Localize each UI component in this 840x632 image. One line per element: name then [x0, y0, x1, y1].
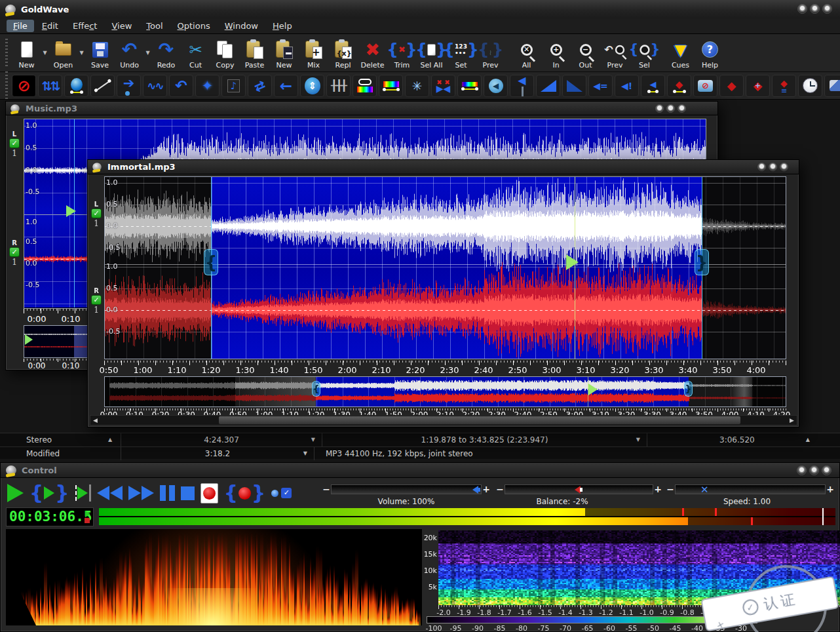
music-title-bar[interactable]: Music.mp3	[6, 102, 717, 115]
music-overview-play-marker[interactable]	[25, 334, 33, 345]
sel-button[interactable]: {}Sel	[630, 35, 659, 71]
timer-button[interactable]	[798, 75, 822, 97]
selection-start-bracket[interactable]: {	[204, 249, 218, 275]
menu-item-options[interactable]: Options	[171, 20, 217, 32]
mono-speaker-button[interactable]: ◀	[484, 75, 508, 97]
doppler-button[interactable]	[64, 75, 88, 97]
overview-playback-marker[interactable]	[588, 384, 598, 395]
volume-offset-button[interactable]: ◀	[510, 75, 534, 97]
in-button[interactable]: +In	[541, 35, 571, 71]
record-button[interactable]	[200, 482, 218, 504]
speed-plus-button[interactable]: +	[826, 483, 835, 495]
monitor-button[interactable]: ✓	[271, 482, 292, 504]
music-play-marker[interactable]	[66, 205, 76, 217]
scroll-left-icon[interactable]: ◀	[90, 416, 100, 425]
dropdown-arrow-icon[interactable]: ▼	[41, 50, 48, 56]
music-minimize-button[interactable]	[655, 104, 664, 113]
menu-item-file[interactable]: File	[7, 20, 34, 32]
immortal-left-channel-toggle[interactable]: L✓1	[89, 201, 104, 228]
balance-slider[interactable]: − +	[495, 483, 662, 496]
prev-button[interactable]: ↶Prev	[600, 35, 630, 71]
speed-thumb[interactable]: ✕	[700, 484, 709, 496]
copy-button[interactable]: Copy	[210, 35, 240, 71]
all-button[interactable]: ✕All	[512, 35, 541, 71]
menu-item-edit[interactable]: Edit	[35, 20, 65, 32]
play-button[interactable]	[7, 482, 24, 504]
mod-delay-button[interactable]: ◆≡	[772, 75, 796, 97]
fast-forward-button[interactable]	[128, 482, 154, 504]
volume-plus-button[interactable]: +	[482, 483, 491, 495]
spectrum-filter-button[interactable]	[353, 75, 377, 97]
stereo-shaper-button[interactable]: ◆	[667, 75, 691, 97]
overview-selection-start-bracket[interactable]: {	[312, 381, 320, 397]
spectrum-button[interactable]	[457, 75, 482, 97]
mechanize-button[interactable]: ∿∿	[143, 75, 167, 97]
shape-volume-button[interactable]: ◀	[641, 75, 665, 97]
redo-button[interactable]: ↷Redo	[151, 35, 181, 71]
dropdown-arrow-icon[interactable]: ▼	[78, 50, 85, 56]
toolbar-grip[interactable]	[5, 39, 8, 68]
immortal-right-channel-toggle[interactable]: R✓1	[89, 287, 104, 315]
scrollbar-thumb[interactable]	[219, 416, 740, 424]
balance-track[interactable]	[505, 484, 653, 494]
channel-up-icon[interactable]: ▲	[108, 437, 112, 443]
pitch-button[interactable]	[90, 75, 115, 97]
minimize-button[interactable]	[797, 4, 807, 14]
smoother-button[interactable]	[379, 75, 403, 97]
pause-button[interactable]	[160, 482, 175, 504]
volume-track[interactable]	[331, 484, 482, 494]
save-button[interactable]: Save	[85, 35, 115, 71]
rewind-button[interactable]	[97, 482, 123, 504]
play-selection-button[interactable]: {}	[29, 482, 69, 504]
control-minimize-button[interactable]	[797, 465, 807, 475]
menu-item-window[interactable]: Window	[218, 20, 265, 32]
repl-button[interactable]: {x}Repl	[328, 35, 358, 71]
volume-thumb[interactable]	[472, 486, 481, 494]
cut-button[interactable]: ✂Cut	[181, 35, 210, 71]
menu-item-help[interactable]: Help	[266, 20, 299, 32]
pan-button[interactable]: ⇕	[300, 75, 324, 97]
overview-selection-end-bracket[interactable]: }	[684, 381, 693, 397]
balance-thumb[interactable]	[575, 486, 583, 494]
channel-checkbox-icon[interactable]: ✓	[9, 138, 20, 148]
balance-plus-button[interactable]: +	[653, 483, 662, 495]
flange-button[interactable]: ✦	[195, 75, 220, 97]
position-cell[interactable]: 3:06.520 ▲	[647, 433, 840, 446]
undo-button[interactable]: ↶Undo	[115, 35, 144, 71]
music-right-channel-toggle[interactable]: R✓1	[7, 239, 22, 267]
speed-minus-button[interactable]: −	[666, 483, 675, 495]
speed-slider[interactable]: − ✕ +	[666, 483, 835, 496]
menu-item-view[interactable]: View	[105, 20, 138, 32]
position-up-icon[interactable]: ▲	[806, 437, 810, 443]
delete-button[interactable]: ✖Delete	[358, 35, 387, 71]
zoom-cell[interactable]: 3:18.2 ▼	[121, 447, 315, 460]
echo-button[interactable]: ◆	[719, 75, 744, 97]
prev-button[interactable]: {≀}Prev	[476, 35, 505, 71]
censor-button[interactable]: ⊘	[693, 75, 717, 97]
selection-down-icon[interactable]: ▼	[636, 437, 640, 443]
immortal-minimize-button[interactable]	[757, 163, 766, 171]
dropdown-arrow-icon[interactable]: ▼	[144, 50, 151, 56]
trim-button[interactable]: {✖}Trim	[387, 35, 417, 71]
control-maximize-button[interactable]	[809, 465, 819, 475]
noise-reduction-button[interactable]: ✖ ✖▶◀	[431, 75, 455, 97]
cues-button[interactable]: ▼Cues	[666, 35, 695, 71]
sel-all-button[interactable]: {}Sel All	[417, 35, 446, 71]
disable-gadgets-button[interactable]: ⊘	[12, 75, 36, 97]
music-maximize-button[interactable]	[666, 104, 675, 113]
channel-checkbox-icon[interactable]: ✓	[9, 247, 20, 257]
length-down-icon[interactable]: ▼	[311, 437, 315, 443]
music-close-button[interactable]	[678, 104, 686, 113]
channel-checkbox-icon[interactable]: ✓	[91, 295, 102, 305]
selection-cell[interactable]: 1:19.878 to 3:43.825 (2:23.947) ▼	[322, 433, 647, 446]
open-button[interactable]: Open	[48, 35, 78, 71]
maximize-button[interactable]	[810, 4, 820, 14]
immortal-close-button[interactable]	[780, 163, 788, 171]
maximize-volume-button[interactable]: ◀!	[615, 75, 639, 97]
exchange-channels-button[interactable]: ⇄	[248, 75, 272, 97]
scroll-right-icon[interactable]: ▶	[787, 416, 797, 425]
total-length-cell[interactable]: 4:24.307 ▼	[121, 433, 322, 446]
menu-item-tool[interactable]: Tool	[140, 20, 169, 32]
control-title-bar[interactable]: Control	[1, 463, 839, 478]
speed-track[interactable]: ✕	[675, 484, 826, 494]
